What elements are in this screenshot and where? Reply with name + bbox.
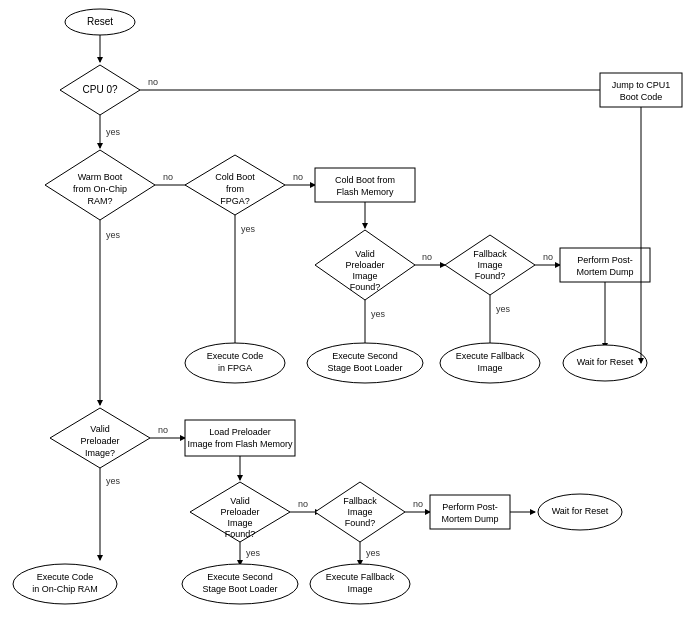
cold-boot-fpga-no-label: no [293,172,303,182]
fallback2-label: Fallback [343,496,377,506]
cold-boot-fpga-label: Cold Boot [215,172,255,182]
valid-preloader2-label2: Preloader [80,436,119,446]
valid-preloader1-label2: Preloader [345,260,384,270]
valid-preloader3-yes-label: yes [246,548,261,558]
warm-boot-label3: RAM? [87,196,112,206]
execute-2nd2-label: Execute Second [207,572,273,582]
execute-2nd2-label2: Stage Boot Loader [202,584,277,594]
valid-preloader3-label4: Found? [225,529,256,539]
valid-preloader1-no-label: no [422,252,432,262]
valid-preloader1-yes-label: yes [371,309,386,319]
cpu0-label: CPU 0? [82,84,117,95]
execute-onchip-label2: in On-Chip RAM [32,584,98,594]
valid-preloader3-label2: Preloader [220,507,259,517]
valid-preloader2-yes-label: yes [106,476,121,486]
wait-reset2-label: Wait for Reset [552,506,609,516]
cold-boot-flash-label: Cold Boot from [335,175,395,185]
valid-preloader2-label: Valid [90,424,109,434]
valid-preloader1-label: Valid [355,249,374,259]
valid-preloader1-label3: Image [352,271,377,281]
fallback2-label2: Image [347,507,372,517]
post-mortem2-label: Perform Post- [442,502,498,512]
fallback1-no-label: no [543,252,553,262]
reset-label: Reset [87,16,113,27]
cpu0-no-label: no [148,77,158,87]
warm-boot-label2: from On-Chip [73,184,127,194]
warm-boot-yes-label: yes [106,230,121,240]
warm-boot-no-label: no [163,172,173,182]
post-mortem2-label2: Mortem Dump [441,514,498,524]
post-mortem1-label: Perform Post- [577,255,633,265]
fallback1-label: Fallback [473,249,507,259]
execute-onchip-label: Execute Code [37,572,94,582]
execute-fallback1-label2: Image [477,363,502,373]
execute-fpga-label: Execute Code [207,351,264,361]
valid-preloader2-no-label: no [158,425,168,435]
cold-boot-flash-label2: Flash Memory [336,187,394,197]
valid-preloader1-label4: Found? [350,282,381,292]
fallback1-label3: Found? [475,271,506,281]
fallback1-yes-label: yes [496,304,511,314]
execute-fallback1-label: Execute Fallback [456,351,525,361]
fallback2-no-label: no [413,499,423,509]
fallback1-label2: Image [477,260,502,270]
fallback2-label3: Found? [345,518,376,528]
wait-reset1-label: Wait for Reset [577,357,634,367]
execute-2nd1-label2: Stage Boot Loader [327,363,402,373]
cold-boot-fpga-yes-label: yes [241,224,256,234]
fallback2-yes-label: yes [366,548,381,558]
jump-cpu1-label: Jump to CPU1 [612,80,671,90]
valid-preloader3-label3: Image [227,518,252,528]
jump-cpu1-label2: Boot Code [620,92,663,102]
execute-fallback2-label: Execute Fallback [326,572,395,582]
cold-boot-fpga-label3: FPGA? [220,196,250,206]
execute-2nd1-label: Execute Second [332,351,398,361]
execute-fallback2-label2: Image [347,584,372,594]
warm-boot-label: Warm Boot [78,172,123,182]
valid-preloader3-no-label: no [298,499,308,509]
load-preloader-label2: Image from Flash Memory [187,439,293,449]
cpu0-yes-label: yes [106,127,121,137]
execute-fpga-label2: in FPGA [218,363,252,373]
load-preloader-label: Load Preloader [209,427,271,437]
valid-preloader2-label3: Image? [85,448,115,458]
load-preloader-box [185,420,295,456]
valid-preloader3-label: Valid [230,496,249,506]
post-mortem1-label2: Mortem Dump [576,267,633,277]
cold-boot-fpga-label2: from [226,184,244,194]
